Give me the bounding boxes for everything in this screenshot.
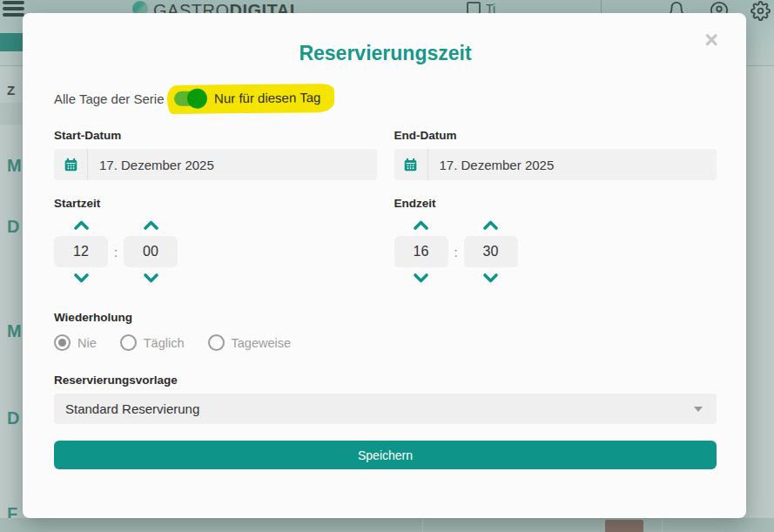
start-date-label: Start-Datum bbox=[54, 129, 377, 142]
start-minute-up-icon[interactable] bbox=[143, 219, 159, 231]
end-date-value: 17. Dezember 2025 bbox=[428, 158, 555, 172]
radio-taeglich-circle bbox=[120, 334, 137, 351]
radio-taeglich[interactable]: Täglich bbox=[120, 334, 185, 351]
calendar-icon bbox=[54, 158, 87, 172]
start-date-value: 17. Dezember 2025 bbox=[88, 158, 214, 172]
calendar-icon bbox=[394, 158, 427, 172]
repetition-label: Wiederholung bbox=[54, 311, 717, 324]
end-date-label: End-Datum bbox=[394, 129, 717, 142]
end-time-field-group: Endzeit 16 : 30 bbox=[394, 197, 717, 284]
yellow-highlight-annotation: Nur für diesen Tag bbox=[167, 83, 335, 113]
radio-nie-label: Nie bbox=[77, 336, 97, 350]
template-label: Reservierungsvorlage bbox=[54, 374, 717, 387]
toggle-left-label: Alle Tage der Serie bbox=[54, 91, 164, 106]
start-time-label: Startzeit bbox=[54, 197, 377, 210]
radio-taeglich-label: Täglich bbox=[144, 336, 185, 350]
dialog-title: Reservierungszeit bbox=[54, 41, 717, 65]
series-toggle-row: Alle Tage der Serie Nur für diesen Tag bbox=[54, 88, 717, 109]
end-minute-value[interactable]: 30 bbox=[464, 236, 518, 267]
end-date-input[interactable]: 17. Dezember 2025 bbox=[394, 149, 717, 180]
radio-nie-circle bbox=[54, 334, 71, 351]
toggle-knob bbox=[187, 88, 207, 108]
start-time-field-group: Startzeit 12 : 00 bbox=[54, 197, 377, 284]
template-selected-value: Standard Reservierung bbox=[65, 401, 199, 416]
start-hour-up-icon[interactable] bbox=[73, 219, 90, 231]
time-separator: : bbox=[108, 245, 124, 259]
end-time-label: Endzeit bbox=[394, 197, 717, 210]
end-minute-up-icon[interactable] bbox=[482, 219, 499, 231]
toggle-right-label: Nur für diesen Tag bbox=[214, 90, 320, 105]
template-field-group: Reservierungsvorlage Standard Reservieru… bbox=[54, 374, 717, 424]
radio-tageweise[interactable]: Tageweise bbox=[208, 334, 292, 351]
reservation-time-dialog: × Reservierungszeit Alle Tage der Serie … bbox=[23, 13, 746, 518]
start-hour-down-icon[interactable] bbox=[73, 273, 90, 284]
reservation-template-dropdown[interactable]: Standard Reservierung bbox=[54, 394, 717, 424]
end-hour-down-icon[interactable] bbox=[413, 273, 429, 284]
end-hour-value[interactable]: 16 bbox=[394, 236, 448, 267]
only-this-day-toggle[interactable] bbox=[174, 91, 205, 105]
end-hour-up-icon[interactable] bbox=[413, 219, 429, 231]
chevron-down-icon bbox=[694, 407, 703, 412]
radio-tageweise-circle bbox=[208, 334, 225, 351]
save-button[interactable]: Speichern bbox=[54, 441, 717, 469]
start-date-field-group: Start-Datum 17. Dezember 2025 bbox=[54, 129, 377, 180]
start-date-input[interactable]: 17. Dezember 2025 bbox=[54, 149, 377, 180]
start-hour-value[interactable]: 12 bbox=[54, 236, 108, 267]
start-minute-down-icon[interactable] bbox=[143, 273, 159, 284]
radio-nie[interactable]: Nie bbox=[54, 334, 97, 351]
start-minute-value[interactable]: 00 bbox=[124, 236, 178, 267]
close-icon[interactable]: × bbox=[704, 30, 718, 50]
end-minute-down-icon[interactable] bbox=[482, 273, 499, 284]
radio-tageweise-label: Tageweise bbox=[232, 336, 292, 350]
end-date-field-group: End-Datum 17. Dezember 2025 bbox=[394, 129, 717, 180]
repetition-field-group: Wiederholung Nie Täglich Tageweise bbox=[54, 311, 717, 351]
time-separator: : bbox=[448, 245, 464, 259]
